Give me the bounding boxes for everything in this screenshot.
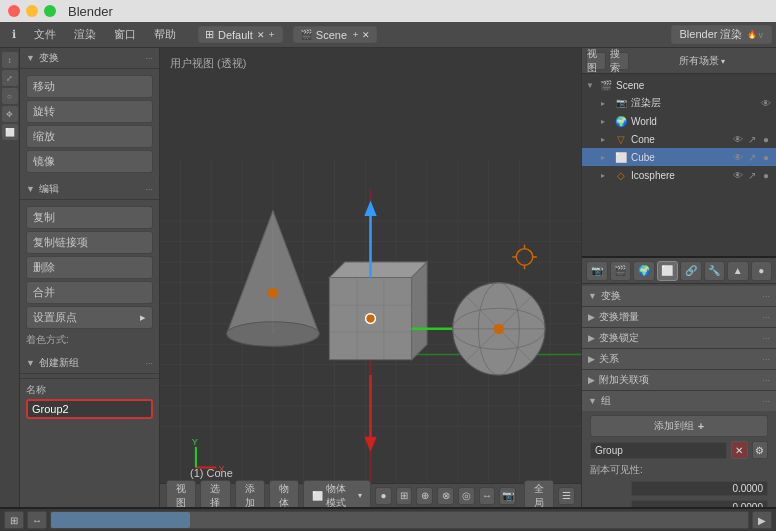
transform-lock-header[interactable]: ▶ 变换锁定 ··· bbox=[582, 328, 776, 348]
duplicate-button[interactable]: 复制 bbox=[26, 206, 153, 229]
grid-icon[interactable]: ⊞ bbox=[396, 487, 413, 505]
restrict-visibility-icon[interactable]: ● bbox=[760, 134, 772, 145]
render-engine-selector[interactable]: Blender 渲染 🔥 v bbox=[671, 25, 772, 44]
cube-restrict-visibility-icon[interactable]: ● bbox=[760, 152, 772, 163]
ico-restrict-visibility-icon[interactable]: ● bbox=[760, 170, 772, 181]
add-to-group-button[interactable]: 添加到组 + bbox=[590, 415, 768, 437]
outliner-item-renderlayer[interactable]: ▸ 📷 渲染层 👁 bbox=[582, 94, 776, 112]
mirror-button[interactable]: 镜像 bbox=[26, 150, 153, 173]
group-name-input[interactable] bbox=[26, 399, 153, 419]
sidebar-icon-2[interactable]: ⤢ bbox=[2, 70, 18, 86]
restrict-render-icon[interactable]: 👁 bbox=[732, 134, 744, 145]
menu-info[interactable]: ℹ bbox=[4, 26, 24, 43]
prop-tab-material[interactable]: ● bbox=[751, 261, 773, 281]
scene-svg: X Y bbox=[160, 48, 581, 507]
ico-restrict-render-icon[interactable]: 👁 bbox=[732, 170, 744, 181]
outliner: 视图 搜索 所有场景 ▾ ▼ 🎬 Scene bbox=[582, 48, 776, 258]
delete-button[interactable]: 删除 bbox=[26, 256, 153, 279]
timeline-range[interactable] bbox=[50, 511, 749, 529]
transform-icon[interactable]: ↔ bbox=[479, 487, 496, 505]
extra-relations-header[interactable]: ▶ 附加关联项 ··· bbox=[582, 370, 776, 390]
viewport-settings-icon[interactable]: ☰ bbox=[558, 487, 575, 505]
group-remove-button[interactable]: ✕ bbox=[731, 441, 748, 459]
move-button[interactable]: 移动 bbox=[26, 75, 153, 98]
outliner-item-icosphere[interactable]: ▸ ◇ Icosphere 👁 ↗ ● bbox=[582, 166, 776, 184]
dup-value-1[interactable] bbox=[631, 481, 768, 496]
rotate-button[interactable]: 旋转 bbox=[26, 100, 153, 123]
outliner-content: ▼ 🎬 Scene ▸ 📷 渲染层 👁 ▸ bbox=[582, 74, 776, 256]
outliner-item-cone[interactable]: ▸ ▽ Cone 👁 ↗ ● bbox=[582, 130, 776, 148]
prop-tab-modifiers[interactable]: 🔧 bbox=[704, 261, 726, 281]
prop-tab-data[interactable]: ▲ bbox=[727, 261, 749, 281]
proportional-icon[interactable]: ◎ bbox=[458, 487, 475, 505]
transform-section-header[interactable]: ▼ 变换 ··· bbox=[20, 48, 159, 69]
menu-render[interactable]: 渲染 bbox=[66, 25, 104, 44]
prop-tab-object[interactable]: ⬜ bbox=[657, 261, 679, 281]
outliner-scene-selector[interactable]: 所有场景 ▾ bbox=[632, 54, 772, 68]
svg-marker-44 bbox=[364, 437, 376, 452]
scene-selector[interactable]: 🎬 Scene ＋ ✕ bbox=[293, 26, 377, 43]
prop-tab-world[interactable]: 🌍 bbox=[633, 261, 655, 281]
cube-restrict-render-icon[interactable]: 👁 bbox=[732, 152, 744, 163]
dup-value-2[interactable] bbox=[631, 500, 768, 507]
group-name-field[interactable] bbox=[590, 442, 727, 459]
play-button[interactable]: ▶ bbox=[752, 511, 772, 529]
object-mode-selector[interactable]: ⬜ 物体模式 ▾ bbox=[303, 480, 371, 508]
relations-header[interactable]: ▶ 关系 ··· bbox=[582, 349, 776, 369]
duplicate-linked-button[interactable]: 复制链接项 bbox=[26, 231, 153, 254]
prop-tab-render[interactable]: 📷 bbox=[586, 261, 608, 281]
transform-prop-header[interactable]: ▼ 变换 ··· bbox=[582, 286, 776, 306]
transform-delta-header[interactable]: ▶ 变换增量 ··· bbox=[582, 307, 776, 327]
magnet-icon[interactable]: ⊗ bbox=[437, 487, 454, 505]
close-button[interactable] bbox=[8, 5, 20, 17]
workspace-selector[interactable]: ⊞ Default ✕ ＋ bbox=[198, 26, 283, 43]
dup-value-2-row bbox=[582, 498, 776, 507]
prop-tab-scene[interactable]: 🎬 bbox=[610, 261, 632, 281]
menu-file[interactable]: 文件 bbox=[26, 25, 64, 44]
global-local-button[interactable]: 全局 bbox=[524, 480, 554, 508]
bottom-icon-1[interactable]: ⊞ bbox=[4, 511, 24, 529]
minimize-button[interactable] bbox=[26, 5, 38, 17]
svg-point-31 bbox=[268, 288, 278, 298]
ico-restrict-select-icon[interactable]: ↗ bbox=[746, 170, 758, 181]
menu-bar: ℹ 文件 渲染 窗口 帮助 ⊞ Default ✕ ＋ 🎬 Scene ＋ ✕ … bbox=[0, 22, 776, 48]
outliner-item-scene[interactable]: ▼ 🎬 Scene bbox=[582, 76, 776, 94]
scale-button[interactable]: 缩放 bbox=[26, 125, 153, 148]
renderlayer-icon: 📷 bbox=[614, 96, 628, 110]
menu-window[interactable]: 窗口 bbox=[106, 25, 144, 44]
bottom-icon-2[interactable]: ↔ bbox=[27, 511, 47, 529]
prop-tab-constraints[interactable]: 🔗 bbox=[680, 261, 702, 281]
group-section: ▼ 组 ··· 添加到组 + ✕ ⚙ 副本可见性: bbox=[582, 391, 776, 507]
select-menu-button[interactable]: 选择 bbox=[200, 480, 230, 508]
eye-icon[interactable]: 👁 bbox=[760, 98, 772, 109]
camera-icon[interactable]: 📷 bbox=[499, 487, 516, 505]
group-settings-button[interactable]: ⚙ bbox=[752, 441, 769, 459]
maximize-button[interactable] bbox=[44, 5, 56, 17]
group-prop-header[interactable]: ▼ 组 ··· bbox=[582, 391, 776, 411]
outliner-tab-view[interactable]: 视图 bbox=[586, 52, 606, 70]
object-menu-button[interactable]: 物体 bbox=[269, 480, 299, 508]
menu-help[interactable]: 帮助 bbox=[146, 25, 184, 44]
edit-section-header[interactable]: ▼ 编辑 ··· bbox=[20, 179, 159, 200]
relations-section: ▶ 关系 ··· bbox=[582, 349, 776, 370]
cube-restrict-select-icon[interactable]: ↗ bbox=[746, 152, 758, 163]
snap-icon[interactable]: ⊕ bbox=[416, 487, 433, 505]
add-menu-button[interactable]: 添加 bbox=[235, 480, 265, 508]
restrict-select-icon[interactable]: ↗ bbox=[746, 134, 758, 145]
outliner-tab-search[interactable]: 搜索 bbox=[609, 52, 629, 70]
world-icon: 🌍 bbox=[614, 114, 628, 128]
view-menu-button[interactable]: 视图 bbox=[166, 480, 196, 508]
sidebar-icon-5[interactable]: ⬜ bbox=[2, 124, 18, 140]
sidebar-icon-3[interactable]: ○ bbox=[2, 88, 18, 104]
sphere-icon[interactable]: ● bbox=[375, 487, 392, 505]
create-group-section-header[interactable]: ▼ 创建新组 ··· bbox=[20, 353, 159, 374]
outliner-item-world[interactable]: ▸ 🌍 World bbox=[582, 112, 776, 130]
viewport[interactable]: 用户视图 (透视) bbox=[160, 48, 581, 507]
sidebar-icon-4[interactable]: ✥ bbox=[2, 106, 18, 122]
set-origin-button[interactable]: 设置原点 ▸ bbox=[26, 306, 153, 329]
group-name-label: 名称 bbox=[26, 383, 153, 397]
scene-icon: 🎬 bbox=[599, 78, 613, 92]
sidebar-icon-1[interactable]: ↕ bbox=[2, 52, 18, 68]
join-button[interactable]: 合并 bbox=[26, 281, 153, 304]
outliner-item-cube[interactable]: ▸ ⬜ Cube 👁 ↗ ● bbox=[582, 148, 776, 166]
